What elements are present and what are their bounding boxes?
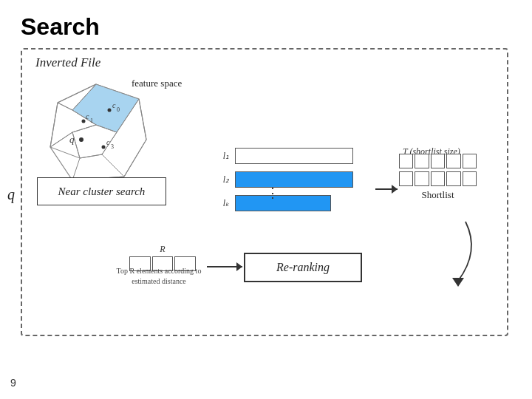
shortlist-cell xyxy=(399,171,413,186)
svg-point-8 xyxy=(108,109,112,112)
reranking-box: Re-ranking xyxy=(244,253,362,282)
svg-text:c: c xyxy=(86,112,89,120)
svg-text:0: 0 xyxy=(117,106,120,113)
svg-text:c: c xyxy=(112,101,116,109)
svg-point-11 xyxy=(82,120,86,123)
inverted-file-label: Inverted File xyxy=(35,55,100,70)
q-label: q xyxy=(7,186,15,203)
shortlist-cell xyxy=(446,154,460,168)
svg-marker-7 xyxy=(72,154,124,180)
r-label: R xyxy=(129,244,196,255)
list-row-1: l₁ xyxy=(214,148,377,164)
shortlist-cell xyxy=(399,154,413,168)
list-label-k: lₖ xyxy=(214,198,229,209)
list-label-1: l₁ xyxy=(214,151,229,162)
shortlist-cell xyxy=(415,154,429,168)
list-bar-blue-k xyxy=(235,195,331,211)
shortlist-cell xyxy=(446,171,460,186)
page-title: Search xyxy=(21,13,100,41)
r-desc-line1: Top R elements according to xyxy=(117,267,202,275)
shortlist-cell xyxy=(415,171,429,186)
page-number: 9 xyxy=(10,377,16,389)
svg-point-17 xyxy=(79,137,83,142)
svg-text:c: c xyxy=(106,138,110,146)
shortlist-label: Shortlist xyxy=(399,189,477,201)
r-to-reranking-arrow xyxy=(207,266,242,267)
near-cluster-search-box: Near cluster search xyxy=(37,177,166,205)
vertical-dots: ⋮ xyxy=(266,185,279,201)
svg-marker-19 xyxy=(452,278,464,287)
lists-to-shortlist-arrow xyxy=(375,188,398,190)
shortlist-cell xyxy=(463,154,477,168)
svg-text:1: 1 xyxy=(90,117,93,124)
shortlist-cell xyxy=(431,171,445,186)
shortlist-cell xyxy=(431,154,445,168)
shortlist-area: Shortlist xyxy=(399,154,477,201)
list-label-2: l₂ xyxy=(214,174,229,185)
svg-text:q: q xyxy=(69,134,75,145)
near-cluster-search-label: Near cluster search xyxy=(58,185,146,198)
svg-marker-1 xyxy=(72,84,139,132)
list-bar-empty-1 xyxy=(235,148,353,164)
shortlist-to-reranking-arrow xyxy=(399,214,488,288)
shortlist-cell xyxy=(463,171,477,186)
lists-area: l₁ l₂ lₖ xyxy=(214,148,377,211)
list-bar-blue-2 xyxy=(235,171,353,188)
r-desc-line2: estimated distance xyxy=(132,277,186,285)
reranking-label: Re-ranking xyxy=(276,261,330,274)
shortlist-grid-bottom xyxy=(399,171,477,186)
svg-text:3: 3 xyxy=(111,143,114,150)
r-desc: Top R elements according to estimated di… xyxy=(111,266,207,287)
list-row-k: lₖ xyxy=(214,195,377,211)
voronoi-diagram: c 0 c 1 c 3 q xyxy=(43,81,150,184)
shortlist-grid-top xyxy=(399,154,477,168)
svg-point-14 xyxy=(102,146,106,149)
list-row-2: l₂ xyxy=(214,171,377,188)
